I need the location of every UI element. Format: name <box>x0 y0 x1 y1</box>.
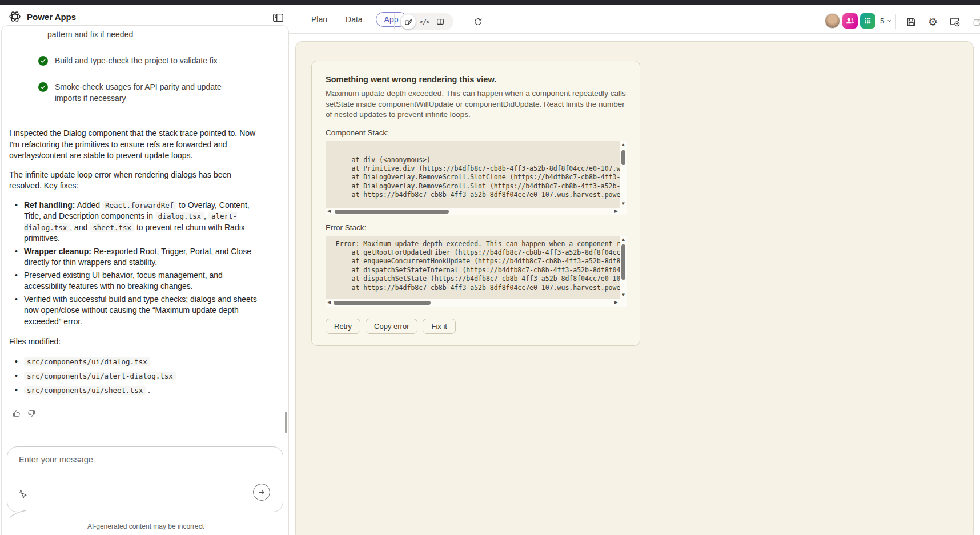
code-mode-button[interactable]: </> <box>417 14 432 29</box>
scroll-left-arrow[interactable]: ◀ <box>327 300 331 305</box>
share-icon <box>972 16 980 27</box>
dialpad-badge-icon <box>863 16 873 26</box>
error-stack-code[interactable]: Error: Maximum update depth exceeded. Th… <box>326 236 620 299</box>
copilot-chat-panel: pattern and fix if needed Build and type… <box>1 25 289 535</box>
scroll-up-arrow[interactable]: ▲ <box>621 143 626 147</box>
settings-button[interactable]: ⚙ <box>927 15 939 29</box>
scroll-down-arrow[interactable]: ▼ <box>621 293 626 297</box>
power-apps-studio: { "header": { "app_title": "Power Apps",… <box>0 0 980 535</box>
header-divider <box>394 14 395 29</box>
ai-disclaimer: AI-generated content may be incorrect <box>2 522 290 530</box>
design-mode-icon <box>404 18 413 26</box>
composer-tail <box>10 510 27 518</box>
check-circle-icon <box>38 56 48 66</box>
feedback-controls <box>12 409 280 418</box>
chat-scrollbar-thumb[interactable] <box>285 412 287 433</box>
list-item: src/components/ui/dialog.tsx <box>9 355 280 369</box>
brand: Power Apps <box>8 10 76 23</box>
scrollbar-corner <box>620 299 627 307</box>
people-badge[interactable] <box>842 13 858 29</box>
component-stack-block: at div (<anonymous>) at Primitive.div (h… <box>326 141 627 215</box>
dialpad-badge[interactable] <box>860 13 875 29</box>
vertical-scrollbar[interactable]: ▲ ▼ <box>620 236 627 299</box>
horizontal-scrollbar[interactable]: ◀ ▶ <box>326 299 620 307</box>
scroll-up-arrow[interactable]: ▲ <box>621 238 626 242</box>
send-button[interactable] <box>253 484 270 501</box>
thumbs-up-icon <box>12 409 21 418</box>
check-circle-icon <box>38 82 48 92</box>
key-fixes-list: Ref handling: Added React.forwardRef to … <box>9 200 260 328</box>
list-item: src/components/ui/alert-dialog.tsx <box>9 369 280 383</box>
gear-icon: ⚙ <box>928 16 938 28</box>
split-mode-icon <box>436 17 445 26</box>
people-badge-icon <box>845 15 856 26</box>
presence-count-dropdown[interactable]: 5 <box>880 17 893 25</box>
send-arrow-icon <box>258 488 266 497</box>
horizontal-scrollbar[interactable]: ◀ ▶ <box>326 208 620 215</box>
message-input[interactable] <box>19 455 247 464</box>
message-composer <box>7 446 283 512</box>
list-item: Ref handling: Added React.forwardRef to … <box>9 200 260 244</box>
error-stack-block: Error: Maximum update depth exceeded. Th… <box>326 236 627 307</box>
vertical-scrollbar[interactable]: ▲ ▼ <box>620 141 627 208</box>
panel-toggle-icon <box>272 11 284 24</box>
publish-button[interactable] <box>948 15 962 29</box>
retry-button[interactable]: Retry <box>326 319 360 334</box>
list-item: src/components/ui/sheet.tsx . <box>9 383 280 397</box>
scroll-right-arrow[interactable]: ▶ <box>614 300 618 305</box>
files-modified-label: Files modified: <box>9 336 265 348</box>
scrollbar-thumb[interactable] <box>335 210 449 214</box>
scrollbar-thumb[interactable] <box>621 244 625 280</box>
scrollbar-thumb[interactable] <box>621 150 625 165</box>
scroll-right-arrow[interactable]: ▶ <box>614 209 618 214</box>
scroll-left-arrow[interactable]: ◀ <box>327 209 331 214</box>
thumbs-down-icon <box>27 409 36 418</box>
share-button[interactable] <box>971 15 980 29</box>
files-modified-list: src/components/ui/dialog.tsx src/compone… <box>9 355 280 397</box>
scroll-down-arrow[interactable]: ▼ <box>621 202 626 206</box>
design-mode-button[interactable] <box>401 14 416 29</box>
component-stack-label: Component Stack: <box>326 128 626 137</box>
copy-error-button[interactable]: Copy error <box>366 319 417 334</box>
chat-transcript[interactable]: pattern and fix if needed Build and type… <box>9 28 280 421</box>
window-top-edge <box>0 0 980 5</box>
error-title: Something went wrong rendering this view… <box>326 75 626 84</box>
save-button[interactable] <box>905 15 918 29</box>
panel-toggle-button[interactable] <box>271 10 286 25</box>
chevron-down-icon <box>886 18 893 24</box>
task-label: Build and type-check the project to vali… <box>55 56 218 65</box>
error-actions: Retry Copy error Fix it <box>326 319 626 334</box>
publish-icon <box>949 16 961 27</box>
pointer-tool-button[interactable] <box>18 489 27 499</box>
list-item: Wrapper cleanup: Re-exported Root, Trigg… <box>9 246 260 268</box>
presence-group: 5 <box>825 13 893 29</box>
power-apps-logo <box>8 10 22 23</box>
error-message: Maximum update depth exceeded. This can … <box>326 89 626 120</box>
app-preview-canvas: Something went wrong rendering this view… <box>295 41 974 535</box>
scrollbar-corner <box>620 208 627 215</box>
tab-data[interactable]: Data <box>340 12 368 27</box>
thumbs-up-button[interactable] <box>12 409 21 418</box>
scrollbar-thumb[interactable] <box>334 301 431 305</box>
mode-toggle-group: </> <box>400 13 453 30</box>
list-item: Preserved existing UI behavior, focus ma… <box>9 270 260 292</box>
fix-it-button[interactable]: Fix it <box>423 319 455 334</box>
task-item: Smoke-check usages for API parity and up… <box>38 82 239 104</box>
refresh-icon <box>473 17 483 27</box>
header-divider-2 <box>895 14 896 29</box>
render-error-card: Something went wrong rendering this view… <box>311 61 640 346</box>
header-actions: ⚙ <box>905 15 980 29</box>
task-item-clipped: pattern and fix if needed <box>47 29 248 41</box>
tab-plan[interactable]: Plan <box>306 12 332 27</box>
component-stack-code[interactable]: at div (<anonymous>) at Primitive.div (h… <box>326 141 620 208</box>
app-title: Power Apps <box>27 12 76 22</box>
task-label: Smoke-check usages for API parity and up… <box>55 82 222 103</box>
error-stack-label: Error Stack: <box>326 223 626 232</box>
presence-count: 5 <box>880 17 885 25</box>
refresh-button[interactable] <box>472 15 484 28</box>
click-pointer-icon <box>18 489 27 499</box>
thumbs-down-button[interactable] <box>27 409 36 418</box>
split-mode-button[interactable] <box>433 14 448 29</box>
user-avatar[interactable] <box>825 13 840 29</box>
save-icon <box>906 17 917 27</box>
